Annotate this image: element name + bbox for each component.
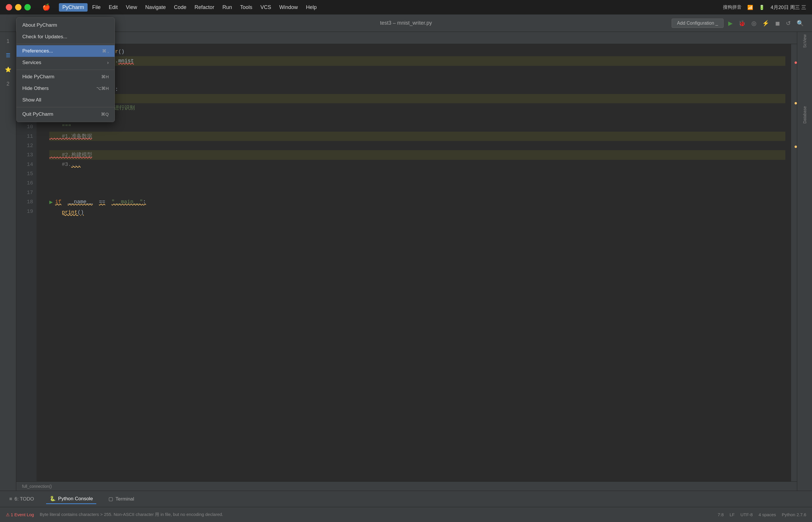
- run-icon[interactable]: ▶: [726, 19, 735, 28]
- code-text: .: [115, 56, 118, 65]
- right-sidebar: ScView Database: [797, 32, 812, 491]
- menubar-help[interactable]: Help: [303, 3, 320, 12]
- menubar-tools[interactable]: Tools: [237, 3, 256, 12]
- check-updates-item[interactable]: Check for Updates...: [17, 31, 115, 43]
- code-text: ...: [72, 160, 81, 169]
- menubar-refactor[interactable]: Refactor: [191, 3, 218, 12]
- menubar-items: PyCharm File Edit View Navigate Code Ref…: [59, 3, 320, 12]
- structure-icon[interactable]: ☰: [2, 49, 15, 62]
- run-arrow-icon[interactable]: ▶: [49, 197, 53, 208]
- code-editor[interactable]: 2 3 4 5 6 7 8 9 10 11 12 13 14 15 16 17 …: [16, 44, 797, 481]
- maximize-button[interactable]: [24, 4, 31, 11]
- menubar-navigate[interactable]: Navigate: [142, 3, 169, 12]
- cursor-position[interactable]: 7:8: [718, 512, 724, 517]
- menubar-edit[interactable]: Edit: [105, 3, 121, 12]
- menubar-code[interactable]: Code: [170, 3, 190, 12]
- wifi-icon: 📶: [747, 5, 753, 10]
- apple-menu-icon[interactable]: 🍎: [42, 3, 50, 11]
- coverage-icon[interactable]: ◎: [749, 19, 759, 28]
- minimize-button[interactable]: [15, 4, 21, 11]
- menubar-vcs[interactable]: VCS: [257, 3, 275, 12]
- nav2-icon[interactable]: 2: [2, 77, 15, 90]
- warning-stripe: [795, 102, 797, 104]
- todo-label: 6: TODO: [15, 496, 34, 502]
- activity-bar: 1 ☰ ⭐ 2: [0, 32, 16, 491]
- preferences-item[interactable]: Preferences... ⌘ ,: [17, 45, 115, 57]
- favorites-icon[interactable]: ⭐: [2, 63, 15, 76]
- editor-tabs: 🐍 mnist_writer.py ✕: [16, 32, 797, 44]
- rerun-icon[interactable]: ↺: [784, 19, 793, 28]
- code-line-2: tf.disable_v2_behavior(): [49, 47, 785, 56]
- python-console-label: Python Console: [58, 496, 93, 502]
- quit-pycharm-item[interactable]: Quit PyCharm ⌘Q: [17, 108, 115, 120]
- encoding[interactable]: UTF-8: [740, 512, 753, 517]
- services-item[interactable]: Services ›: [17, 57, 115, 68]
- terminal-tab[interactable]: ▢ Terminal: [105, 494, 138, 504]
- indent-label: 4 spaces: [759, 512, 776, 517]
- code-text: print: [62, 208, 77, 217]
- menubar-view[interactable]: View: [122, 3, 141, 12]
- position-label: 7:8: [718, 512, 724, 517]
- menubar-file[interactable]: File: [89, 3, 104, 12]
- toolbar-icons: ▶ 🐞 ◎ ⚡ ◼ ↺ 🔍: [726, 19, 806, 28]
- code-line-9: :return:: [49, 113, 785, 122]
- python-console-tab[interactable]: 🐍 Python Console: [46, 494, 96, 504]
- code-text: #1.准备数据: [49, 132, 92, 141]
- profile-icon[interactable]: ⚡: [760, 19, 772, 28]
- database-tab[interactable]: Database: [798, 108, 811, 121]
- status-right: 7:8 LF UTF-8 4 spaces Python 2.7.6: [718, 512, 806, 517]
- menu-separator-1: [17, 44, 115, 44]
- code-text: __name__: [67, 197, 93, 206]
- menubar-run[interactable]: Run: [219, 3, 236, 12]
- show-all-item[interactable]: Show All: [17, 94, 115, 106]
- quit-shortcut: ⌘Q: [101, 112, 109, 117]
- encoding-label: UTF-8: [740, 512, 753, 517]
- clock: 4月20日 周三 三: [771, 4, 806, 11]
- input-method-icon: 搜狗拼音: [723, 4, 742, 11]
- traffic-lights: [6, 4, 31, 11]
- code-line-16: [49, 178, 785, 188]
- hide-others-label: Hide Others: [22, 85, 49, 92]
- indent-setting[interactable]: 4 spaces: [759, 512, 776, 517]
- editor-footer: full_connection(): [16, 481, 797, 491]
- code-text: ==: [99, 197, 105, 206]
- project-icon[interactable]: 1: [2, 35, 15, 47]
- about-pycharm-item[interactable]: About PyCharm: [17, 19, 115, 31]
- code-line-5: [49, 75, 785, 84]
- editor-area: 🐍 mnist_writer.py ✕ 2 3 4 5 6 7 8 9 10 1…: [16, 32, 797, 491]
- quit-pycharm-label: Quit PyCharm: [22, 112, 53, 117]
- menubar-right: 搜狗拼音 📶 🔋 4月20日 周三 三: [723, 4, 806, 11]
- code-text: [105, 197, 111, 206]
- code-line-19: print(): [49, 208, 785, 217]
- close-button[interactable]: [6, 4, 12, 11]
- scview-tab[interactable]: ScView: [798, 35, 811, 47]
- code-line-3: tf.examples.tutorials.mnist: [49, 56, 785, 65]
- titlebar: test3 – mnist_writer.py Add Configuratio…: [0, 15, 812, 32]
- menubar-pycharm[interactable]: PyCharm: [59, 3, 87, 12]
- todo-tab[interactable]: ≡ 6: TODO: [6, 495, 37, 504]
- hide-pycharm-label: Hide PyCharm: [22, 74, 55, 80]
- preferences-label: Preferences...: [22, 48, 53, 54]
- hide-others-item[interactable]: Hide Others ⌥⌘H: [17, 83, 115, 94]
- status-message-text: Byte literal contains characters > 255. …: [40, 512, 223, 517]
- stop-icon[interactable]: ◼: [773, 19, 783, 28]
- code-text: #2.构建模型: [49, 150, 92, 160]
- code-text: [61, 197, 68, 206]
- code-text: :: [143, 197, 146, 206]
- python-version[interactable]: Python 2.7.6: [782, 512, 806, 517]
- hide-pycharm-item[interactable]: Hide PyCharm ⌘H: [17, 71, 115, 83]
- debug-icon[interactable]: 🐞: [736, 19, 748, 28]
- code-line-10: """: [49, 122, 785, 132]
- code-line-18: ▶ if __name__ == "__main__":: [49, 197, 785, 208]
- check-updates-label: Check for Updates...: [22, 34, 67, 40]
- add-configuration-button[interactable]: Add Configuration _: [672, 19, 724, 28]
- code-text: (): [118, 47, 125, 56]
- code-text: if: [55, 197, 61, 206]
- search-toolbar-icon[interactable]: 🔍: [794, 19, 806, 28]
- event-log-item[interactable]: ⚠ 1 Event Log: [6, 512, 34, 517]
- menubar-window[interactable]: Window: [276, 3, 301, 12]
- line-ending[interactable]: LF: [730, 512, 735, 517]
- menubar: 🍎 PyCharm File Edit View Navigate Code R…: [0, 0, 812, 15]
- code-line-12: [49, 141, 785, 150]
- code-content[interactable]: tf.disable_v2_behavior() tf.examples.tut…: [43, 44, 791, 481]
